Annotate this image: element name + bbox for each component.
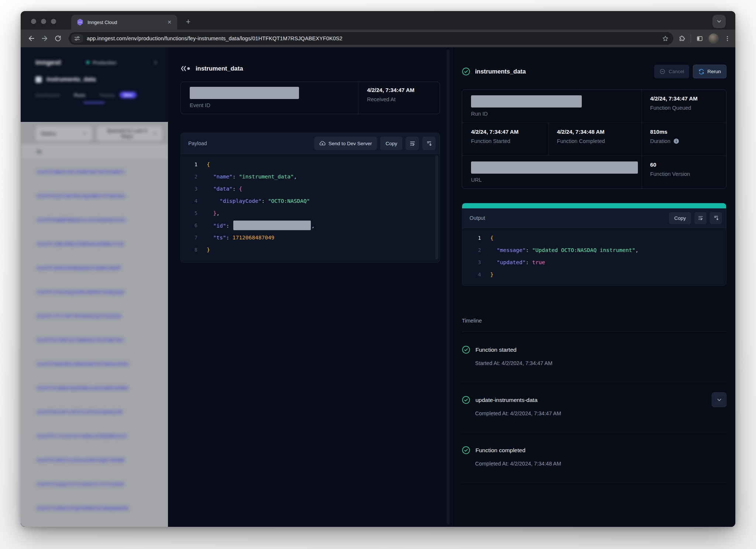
run-id-link[interactable]: 01HTFJ944VE0BQ48AF4DM13E9T <box>21 256 168 280</box>
cloud-send-icon <box>319 140 326 147</box>
sidebar-tab-runs[interactable]: Runs <box>74 92 86 98</box>
env-switcher-icon[interactable] <box>153 60 158 65</box>
run-id-link[interactable]: 01HTFEG3FVJP7FZJP7EASKN3JR <box>21 400 168 424</box>
scroll-to-bottom-button[interactable] <box>422 137 436 150</box>
function-completed-label: Function Completed <box>557 138 634 144</box>
tab-close-icon[interactable]: ✕ <box>166 19 173 25</box>
reload-button[interactable] <box>52 33 63 44</box>
code-line: 2 "message": "Updated OCTO:NASDAQ instru… <box>470 244 720 256</box>
site-info-icon[interactable] <box>71 34 83 43</box>
info-icon[interactable] <box>673 138 679 144</box>
environment-name: Production <box>93 60 117 65</box>
wrap-text-icon <box>698 215 704 221</box>
wrap-text-button[interactable] <box>406 137 419 150</box>
run-id-link[interactable]: 01HTFCSQG7ZYVXNZVC7VT1Z4K6 <box>21 472 168 496</box>
timeline-item: Function startedStarted At: 4/2/2024, 7:… <box>462 332 726 382</box>
payload-scrollbar[interactable] <box>435 156 438 259</box>
browser-window: Inngest Cloud ✕ + app.inngest.com/env/pr… <box>21 11 735 527</box>
code-line: 3 "updated": true <box>470 256 720 268</box>
side-panel-icon[interactable] <box>696 35 703 42</box>
function-queued-value: 4/2/24, 7:34:47 AM <box>650 95 719 102</box>
output-code[interactable]: 1{2 "message": "Updated OCTO:NASDAQ inst… <box>462 228 726 286</box>
url-bar[interactable]: app.inngest.com/env/production/functions… <box>69 32 673 45</box>
run-id-link[interactable]: 01HTFKMBPMD0ZAJ4AG04KD3A02 <box>21 208 168 232</box>
event-details-card: Event ID 4/2/24, 7:34:47 AM Received At <box>181 82 440 114</box>
new-tab-button[interactable]: + <box>183 17 193 27</box>
function-version-label: Function Version <box>650 171 719 177</box>
code-line: 2 "name": "instrument_data", <box>186 170 434 183</box>
menu-kebab-icon[interactable] <box>724 35 731 42</box>
event-icon <box>181 65 191 72</box>
redacted-value <box>233 221 311 230</box>
scroll-bottom-icon <box>713 215 719 221</box>
run-id-link[interactable]: 01HTFJ7C7HF7RVN051Q3YD2S30 <box>21 304 168 328</box>
rerun-refresh-icon <box>698 69 704 75</box>
run-id-link[interactable]: 01HTFCW27CZ2X3AZM75QEYNH8F <box>21 448 168 472</box>
status-filter[interactable]: Status <box>35 126 92 141</box>
run-id-link[interactable]: 01HTFH9GR0CWNHSWY8T9NAVGRC <box>21 352 168 376</box>
sidebar-tabs: DashboardRunsReplayNew <box>21 92 168 98</box>
code-line: 3 "data": { <box>186 183 434 195</box>
environment-switcher[interactable]: Production <box>86 60 153 65</box>
timeline-item-timestamp: Completed At: 4/2/2024, 7:34:47 AM <box>475 410 726 416</box>
profile-avatar[interactable] <box>708 33 719 44</box>
run-id-link[interactable]: 01HTFCYYZGYGYGDKJVP82NKXCZ <box>21 424 168 448</box>
time-range-filter[interactable]: Queued in Last 3 Days <box>97 126 162 141</box>
zoom-window-button[interactable] <box>51 19 56 24</box>
timeline-item-title: update-instruments-data <box>475 397 537 403</box>
url-text: app.inngest.com/env/production/functions… <box>87 35 662 41</box>
redacted-url <box>471 161 638 174</box>
sidebar-filters: StatusQueued in Last 3 Days <box>21 122 168 144</box>
tab-search-chevron-icon <box>716 18 722 24</box>
scroll-bottom-icon <box>426 140 432 147</box>
redacted-run-id <box>471 95 582 108</box>
cancel-button[interactable]: Cancel <box>654 65 689 78</box>
event-panel: instrument_data Event ID 4/2/24, 7:34:47… <box>168 47 452 527</box>
code-line: 4 "displayCode": "OCTO:NASDAQ" <box>186 195 434 207</box>
run-id-link[interactable]: 01HTFN86XV8CXW87857W7E3WDY <box>21 160 168 184</box>
run-details-card: Run ID 4/2/24, 7:34:47 AM Function Queue… <box>462 89 726 189</box>
run-id-list: 01HTFN86XV8CXW87857W7E3WDY01HTFKQT1M7RSJ… <box>21 160 168 527</box>
tab-search-button[interactable] <box>712 15 726 28</box>
sidebar-tab-dashboard[interactable]: Dashboard <box>35 92 60 98</box>
sidebar-function-name: instruments_data <box>47 76 96 83</box>
run-id-link[interactable]: 01HTFJ7DA6Q238SJWNHYE8Q2Q0 <box>21 280 168 304</box>
output-wrap-text-button[interactable] <box>694 212 707 224</box>
window-controls[interactable] <box>31 19 56 24</box>
duration-value: 810ms <box>650 129 719 135</box>
payload-code[interactable]: 1{2 "name": "instrument_data",3 "data": … <box>181 154 440 262</box>
run-panel: instruments_data Cancel Rerun <box>452 47 735 527</box>
run-id-link[interactable]: 01HTFHYWF32TSB9HGT01F5BTBJ <box>21 328 168 352</box>
rerun-button[interactable]: Rerun <box>693 65 726 78</box>
browser-tab[interactable]: Inngest Cloud ✕ <box>71 15 177 30</box>
payload-label: Payload <box>188 140 314 146</box>
env-status-dot <box>86 61 89 64</box>
timeline-item: Function completedCompleted At: 4/2/2024… <box>462 432 726 482</box>
run-id-label: Run ID <box>471 111 634 117</box>
run-id-link[interactable]: 01HTFG3BKPQSR9EAA81GBRARRN <box>21 376 168 400</box>
output-copy-button[interactable]: Copy <box>669 212 691 224</box>
extensions-icon[interactable] <box>678 35 685 42</box>
minimize-window-button[interactable] <box>41 19 46 24</box>
duration-label: Duration <box>650 138 670 144</box>
function-square-icon <box>35 76 42 83</box>
run-id-link[interactable]: 01HTFJ3B1PB27EWGK5Z0M6JYC8 <box>21 232 168 256</box>
timeline-expand-button[interactable] <box>712 392 726 407</box>
back-button[interactable] <box>26 33 37 44</box>
run-title: instruments_data <box>475 68 526 75</box>
close-window-button[interactable] <box>31 19 36 24</box>
send-to-dev-server-button[interactable]: Send to Dev Server <box>314 137 377 150</box>
forward-button[interactable] <box>39 33 50 44</box>
output-scroll-to-bottom-button[interactable] <box>710 212 722 224</box>
run-id-link[interactable]: 01HTFCR9KAPQP0R8PZK3MQNMXB <box>21 496 168 520</box>
run-id-link[interactable]: 01HTFKQT1M7RSJQABEXYF0K0S2 <box>21 184 168 208</box>
code-line: 5 }, <box>186 207 434 219</box>
sidebar: inngest Production instruments_data <box>21 47 168 527</box>
bookmark-star-icon[interactable] <box>662 35 669 42</box>
sidebar-tab-replay[interactable]: Replay <box>100 92 115 98</box>
check-circle-icon <box>462 396 470 404</box>
active-tab-underline <box>83 102 105 103</box>
event-panel-scrollbar[interactable] <box>447 50 450 525</box>
payload-copy-button[interactable]: Copy <box>380 137 402 150</box>
timeline-list: Function startedStarted At: 4/2/2024, 7:… <box>462 332 726 482</box>
